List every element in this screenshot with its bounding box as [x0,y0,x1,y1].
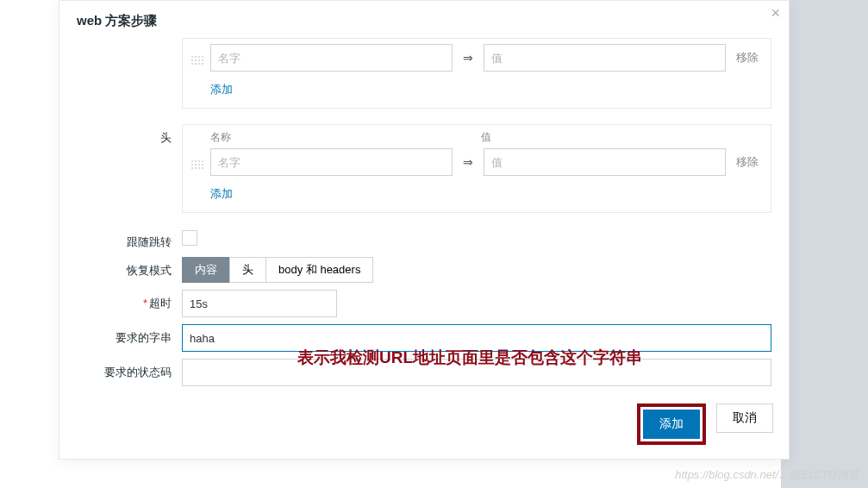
variable-value-input[interactable] [484,44,726,72]
status-codes-input[interactable] [182,359,771,386]
variable-name-input[interactable] [210,44,453,72]
timeout-label: *超时 [77,290,182,311]
header-add-link[interactable]: 添加 [210,186,233,202]
retrieve-mode-both[interactable]: body 和 headers [265,257,373,283]
drag-handle-icon[interactable] [191,155,203,169]
modal-footer: 添加 取消 [59,397,789,459]
variables-label [77,38,182,44]
arrow-icon: ⇒ [459,51,477,65]
submit-highlight-box: 添加 [637,404,706,445]
header-name-input[interactable] [210,148,453,176]
arrow-icon: ⇒ [459,155,477,169]
web-scenario-step-modal: web 方案步骤 × ⇒ 移除 添加 头 [59,0,790,460]
drag-handle-icon[interactable] [191,51,203,65]
required-string-input[interactable] [182,324,771,352]
status-codes-label: 要求的状态码 [77,359,182,380]
close-icon[interactable]: × [771,4,780,22]
follow-redirects-label: 跟随跳转 [77,228,182,250]
modal-title: web 方案步骤 [77,13,157,28]
modal-header: web 方案步骤 × [59,1,789,34]
header-col-value: 值 [481,130,491,145]
retrieve-mode-content[interactable]: 内容 [182,257,230,283]
retrieve-mode-group: 内容 头 body 和 headers [182,257,771,283]
headers-label: 头 [77,124,182,146]
variable-remove-link[interactable]: 移除 [733,50,762,66]
header-remove-link[interactable]: 移除 [733,154,762,170]
variable-add-link[interactable]: 添加 [210,82,233,97]
retrieve-mode-label: 恢复模式 [77,257,182,278]
header-col-name: 名称 [191,130,433,145]
follow-redirects-checkbox[interactable] [182,230,197,246]
header-value-input[interactable] [484,148,726,176]
required-string-label: 要求的字串 [77,324,182,346]
timeout-input[interactable] [182,290,337,317]
retrieve-mode-headers[interactable]: 头 [229,257,266,283]
cancel-button[interactable]: 取消 [716,404,773,433]
submit-button[interactable]: 添加 [643,410,700,439]
